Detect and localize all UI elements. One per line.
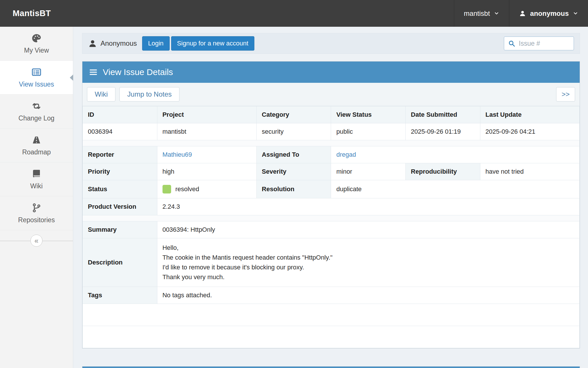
- tags-row: Tags No tags attached.: [83, 287, 580, 304]
- issue-panel-header: View Issue Details: [82, 62, 580, 83]
- issue-category: security: [256, 123, 331, 140]
- status-text: resolved: [175, 185, 199, 193]
- project-dropdown-label: mantisbt: [464, 9, 490, 18]
- brand[interactable]: MantisBT: [0, 9, 51, 18]
- assigned-to-label: Assigned To: [256, 146, 331, 163]
- status-value: resolved: [157, 180, 256, 198]
- panel-title: View Issue Details: [103, 67, 173, 77]
- search-icon: [508, 40, 515, 47]
- resolution-label: Resolution: [256, 180, 331, 198]
- priority-label: Priority: [83, 163, 157, 180]
- priority-row: Priority high Severity minor Reproducibi…: [83, 163, 580, 180]
- col-header-date-submitted: Date Submitted: [406, 106, 480, 123]
- sidebar-item-roadmap[interactable]: Roadmap: [0, 129, 73, 162]
- issue-last-update: 2025-09-26 04:21: [480, 123, 579, 140]
- reporter-link[interactable]: Mathieu69: [163, 151, 192, 158]
- reporter-row: Reporter Mathieu69 Assigned To dregad: [83, 146, 580, 163]
- sidebar-item-wiki[interactable]: Wiki: [0, 162, 73, 196]
- reporter-label: Reporter: [83, 146, 157, 163]
- summary-row: Summary 0036394: HttpOnly: [83, 221, 580, 238]
- user-dropdown-label: anonymous: [530, 9, 569, 18]
- priority-value: high: [157, 163, 256, 180]
- description-value: Hello, The cookie in the Mantis request …: [157, 238, 579, 287]
- issue-toolbar: Wiki Jump to Notes >>: [82, 83, 580, 106]
- search-input[interactable]: [518, 39, 570, 48]
- assigned-to-value: dregad: [331, 146, 580, 163]
- relationships-panel: Relationships: [82, 366, 580, 368]
- navbar-right: mantisbt anonymous: [454, 0, 588, 27]
- col-header-id: ID: [83, 106, 157, 123]
- assigned-to-link[interactable]: dregad: [336, 151, 356, 158]
- empty-row: [83, 326, 580, 348]
- next-issue-button[interactable]: >>: [556, 87, 575, 101]
- status-color-box: [163, 185, 171, 193]
- chevron-down-icon: [573, 11, 578, 16]
- spacer-row: [83, 140, 580, 146]
- col-header-view-status: View Status: [331, 106, 406, 123]
- jump-to-notes-button[interactable]: Jump to Notes: [119, 87, 179, 101]
- description-label: Description: [83, 238, 157, 287]
- palette-icon: [31, 33, 42, 43]
- book-icon: [31, 169, 42, 179]
- status-row: Status resolved Resolution duplicate: [83, 180, 580, 198]
- sidebar-item-label: Wiki: [30, 182, 42, 190]
- code-branch-icon: [31, 203, 42, 213]
- issue-summary-row: 0036394 mantisbt security public 2025-09…: [83, 123, 580, 140]
- sidebar-item-label: Roadmap: [22, 148, 51, 156]
- user-dropdown[interactable]: anonymous: [509, 0, 588, 27]
- user-icon: [519, 10, 526, 17]
- project-dropdown[interactable]: mantisbt: [454, 0, 509, 27]
- description-row: Description Hello, The cookie in the Man…: [83, 238, 580, 287]
- sidebar-item-label: My View: [24, 47, 49, 54]
- empty-row: [83, 304, 580, 326]
- sidebar: My View View Issues Change Log Roadmap W…: [0, 27, 73, 368]
- sidebar-collapse: «: [0, 230, 73, 251]
- table-header-row: ID Project Category View Status Date Sub…: [83, 106, 580, 123]
- reproducibility-label: Reproducibility: [406, 163, 480, 180]
- sidebar-item-view-issues[interactable]: View Issues: [0, 61, 73, 95]
- status-label: Status: [83, 180, 157, 198]
- reporter-value: Mathieu69: [157, 146, 256, 163]
- road-icon: [31, 135, 42, 145]
- sidebar-item-label: Repositories: [18, 216, 55, 224]
- main-content: Anonymous Login Signup for a new account…: [73, 27, 588, 368]
- spacer-row: [83, 215, 580, 221]
- user-strip: Anonymous Login Signup for a new account: [82, 33, 580, 54]
- sidebar-item-change-log[interactable]: Change Log: [0, 95, 73, 129]
- tags-value: No tags attached.: [157, 287, 579, 304]
- resolution-value: duplicate: [331, 180, 580, 198]
- issue-id: 0036394: [83, 123, 157, 140]
- issue-view-status: public: [331, 123, 406, 140]
- issue-table: ID Project Category View Status Date Sub…: [82, 106, 580, 348]
- sidebar-item-repositories[interactable]: Repositories: [0, 196, 73, 230]
- severity-label: Severity: [256, 163, 331, 180]
- current-user-label: Anonymous: [100, 39, 137, 47]
- summary-value: 0036394: HttpOnly: [157, 221, 579, 238]
- reproducibility-value: have not tried: [480, 163, 579, 180]
- issue-search: [504, 37, 574, 50]
- wiki-button[interactable]: Wiki: [87, 87, 115, 101]
- issue-date-submitted: 2025-09-26 01:19: [406, 123, 480, 140]
- product-version-row: Product Version 2.24.3: [83, 198, 580, 215]
- signup-button[interactable]: Signup for a new account: [171, 36, 254, 51]
- list-icon: [31, 67, 42, 77]
- product-version-label: Product Version: [83, 198, 157, 215]
- sidebar-item-my-view[interactable]: My View: [0, 27, 73, 61]
- relationships-header: Relationships: [82, 367, 580, 368]
- col-header-category: Category: [256, 106, 331, 123]
- severity-value: minor: [331, 163, 406, 180]
- summary-label: Summary: [83, 221, 157, 238]
- issue-details-panel: View Issue Details Wiki Jump to Notes >>…: [82, 61, 580, 348]
- chevrons-left-icon[interactable]: «: [30, 235, 42, 247]
- sidebar-item-label: View Issues: [19, 80, 54, 88]
- chevron-down-icon: [494, 11, 499, 16]
- top-navbar: MantisBT mantisbt anonymous: [0, 0, 588, 27]
- issue-project: mantisbt: [157, 123, 256, 140]
- product-version-value: 2.24.3: [157, 198, 579, 215]
- login-button[interactable]: Login: [142, 36, 170, 51]
- tags-label: Tags: [83, 287, 157, 304]
- menu-icon: [89, 68, 98, 76]
- sidebar-item-label: Change Log: [18, 114, 54, 122]
- relationships-controls: [556, 367, 573, 368]
- user-icon: [88, 39, 97, 48]
